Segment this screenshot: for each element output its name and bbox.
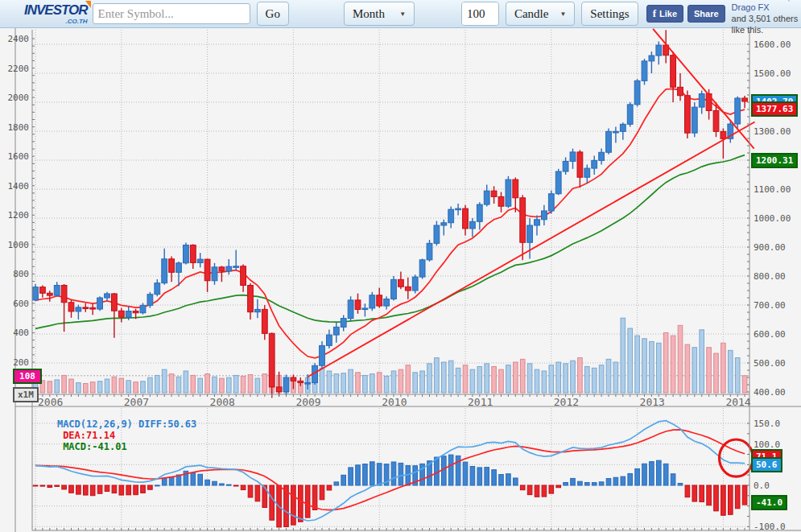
right-axis-tick: 400.00: [754, 387, 786, 398]
macd-axis-tick: 150.0: [754, 419, 780, 429]
right-axis-tick: 600.00: [754, 329, 786, 340]
share-label: Share: [694, 9, 719, 19]
left-axis-tick: 2400: [5, 34, 29, 44]
chart-type-value: Candle: [514, 7, 549, 21]
chart-type-select[interactable]: Candle ▼: [506, 2, 575, 26]
chevron-down-icon: ▼: [559, 10, 566, 18]
period-select[interactable]: Month ▼: [344, 2, 415, 26]
facebook-share-button[interactable]: Share: [687, 5, 725, 23]
bars-count-input[interactable]: [462, 2, 499, 25]
left-axis-tick: 2200: [5, 64, 29, 74]
macd-axis-tick: -100.0: [754, 522, 786, 532]
left-axis-tick: 400: [5, 328, 29, 338]
x-axis-year-label: 2011: [468, 396, 493, 408]
settings-button[interactable]: Settings: [581, 2, 638, 26]
period-select-value: Month: [353, 7, 385, 21]
chevron-down-icon: ▼: [399, 10, 406, 18]
macd-indicator-header: MACD(12,26,9) DIFF:50.63 DEA:71.14 MACD:…: [34, 407, 196, 464]
x-axis-year-label: 2010: [382, 396, 407, 408]
right-axis-tick: 1500.00: [754, 68, 791, 79]
x-axis-year-label: 2007: [124, 396, 149, 408]
go-button[interactable]: Go: [257, 2, 289, 26]
logo-triangle-icon: [85, 1, 91, 8]
social-names: Atsanai Musor, Drago FX: [732, 0, 801, 14]
x-axis-year-label: 2006: [38, 396, 63, 408]
macd-value-label: MACD:-41.01: [57, 441, 127, 452]
facebook-social-text: Atsanai Musor, Drago FX and 3,501 others…: [732, 0, 801, 36]
facebook-like-button[interactable]: f Like: [646, 5, 683, 23]
logo-domain-text: .CO.TH: [24, 18, 88, 25]
x-axis-year-label: 2009: [295, 396, 320, 408]
left-axis-tick: 1400: [5, 181, 29, 192]
macd-axis-tick: 0.0: [754, 480, 770, 491]
right-axis-tick: 500.00: [754, 358, 786, 369]
price-badge: 1200.31: [751, 153, 798, 168]
bars-count-stepper: ▲ ▼: [461, 2, 499, 26]
left-axis-tick: 800: [5, 269, 29, 279]
logo-text: INVESTOR: [24, 2, 88, 19]
toolbar: INVESTOR .CO.TH Go Month ▼ ▲ ▼ Candle ▼ …: [0, 0, 801, 28]
left-axis-tick: 200: [5, 357, 29, 368]
left-axis-tick: 1600: [5, 151, 29, 162]
right-axis-tick: 900.00: [754, 242, 786, 253]
left-axis-tick: 2000: [5, 93, 29, 103]
right-axis-tick: 1000.00: [754, 213, 791, 224]
right-axis-tick: 1600.00: [754, 39, 791, 50]
x-axis-year-label: 2013: [640, 396, 665, 408]
macd-badge: -41.0: [751, 495, 787, 510]
x-axis-year-label: 2014: [725, 396, 750, 408]
social-count: and 3,501 others like this.: [732, 14, 801, 36]
x-axis-year-label: 2012: [554, 396, 579, 408]
right-axis-tick: 800.00: [754, 271, 786, 282]
charting-app: INVESTOR .CO.TH Go Month ▼ ▲ ▼ Candle ▼ …: [0, 0, 801, 532]
left-axis-tick: 1000: [5, 240, 29, 250]
facebook-icon: f: [653, 7, 656, 20]
macd-badge: 50.6: [751, 457, 782, 472]
volume-badge: 108: [13, 369, 42, 384]
like-label: Like: [659, 9, 677, 19]
macd-diff-label: MACD(12,26,9) DIFF:50.63: [57, 419, 196, 430]
investor-logo[interactable]: INVESTOR .CO.TH: [24, 2, 88, 25]
left-axis-tick: 1800: [5, 122, 29, 133]
left-axis-tick: 600: [5, 299, 29, 309]
price-badge: 1377.63: [751, 101, 798, 117]
right-axis-tick: 1100.00: [754, 184, 791, 195]
right-axis-tick: 700.00: [754, 300, 786, 311]
symbol-search-input[interactable]: [93, 3, 250, 24]
macd-dea-label: DEA:71.14: [57, 430, 115, 441]
x-axis-year-label: 2008: [210, 396, 235, 408]
right-axis-tick: 1300.00: [754, 126, 791, 137]
left-axis-tick: 1200: [5, 210, 29, 221]
volume-unit-badge: x1M: [13, 387, 39, 402]
